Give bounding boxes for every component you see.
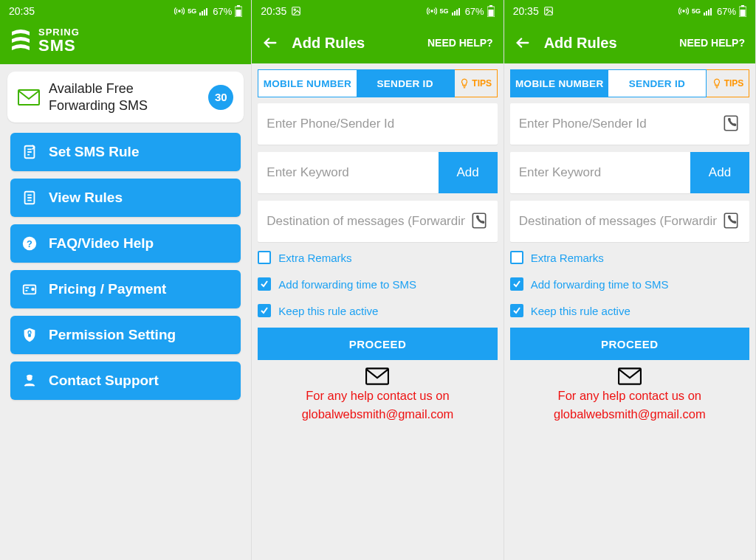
app-logo-icon xyxy=(10,29,31,52)
need-help-link[interactable]: NEED HELP? xyxy=(427,37,493,49)
hotspot-icon xyxy=(174,6,185,16)
keyword-input[interactable] xyxy=(267,165,429,180)
hotspot-icon xyxy=(427,6,437,16)
screen-add-rules-mobile: 20:35 5G 67% Add Rules NEED HELP? MOBILE… xyxy=(252,0,504,560)
free-sms-count: 30 xyxy=(208,85,233,110)
network-5g-icon: 5G xyxy=(188,7,196,15)
phone-sender-input[interactable] xyxy=(267,117,488,131)
photo-icon xyxy=(291,6,301,16)
keyword-input[interactable] xyxy=(519,165,681,180)
svg-text:?: ? xyxy=(27,238,32,249)
menu-view-rules[interactable]: View Rules xyxy=(10,179,241,217)
app-bar: SPRING SMS xyxy=(0,22,251,64)
check-label: Add forwarding time to SMS xyxy=(531,278,669,291)
svg-point-0 xyxy=(179,10,180,12)
menu-faq[interactable]: ? FAQ/Video Help xyxy=(10,224,241,263)
tab-mobile-number[interactable]: MOBILE NUMBER xyxy=(258,70,356,97)
svg-rect-21 xyxy=(454,11,456,15)
svg-point-31 xyxy=(683,10,684,12)
tab-sender-id[interactable]: SENDER ID xyxy=(357,70,454,97)
app-bar: Add Rules NEED HELP? xyxy=(252,22,503,63)
phone-sender-field[interactable] xyxy=(510,103,749,145)
check-label: Keep this rule active xyxy=(531,305,630,317)
check-add-time[interactable]: Add forwarding time to SMS xyxy=(510,277,749,291)
phone-sender-field[interactable] xyxy=(258,103,497,145)
svg-rect-1 xyxy=(199,13,201,15)
tab-mobile-number[interactable]: MOBILE NUMBER xyxy=(511,70,608,97)
form: Add xyxy=(504,97,755,248)
tab-sender-id[interactable]: SENDER ID xyxy=(608,70,706,97)
svg-rect-17 xyxy=(292,7,300,15)
svg-rect-33 xyxy=(706,11,707,15)
destination-input[interactable] xyxy=(519,214,717,229)
check-extra-remarks[interactable]: Extra Remarks xyxy=(258,251,497,264)
help-line2: globalwebsmith@gmail.com xyxy=(504,405,755,424)
checkbox-icon xyxy=(258,251,271,264)
photo-icon xyxy=(543,6,554,16)
svg-rect-3 xyxy=(204,10,205,15)
back-icon[interactable] xyxy=(515,35,531,51)
proceed-button[interactable]: PROCEED xyxy=(510,328,749,360)
status-icons: 5G 67% xyxy=(427,5,495,17)
contacts-icon[interactable] xyxy=(721,114,740,134)
home-menu: Set SMS Rule View Rules ? FAQ/Video Help… xyxy=(7,133,244,400)
add-button[interactable]: Add xyxy=(690,152,749,193)
status-time: 20:35 xyxy=(9,5,35,17)
status-time: 20:35 xyxy=(261,5,286,17)
check-label: Extra Remarks xyxy=(531,252,604,264)
menu-pricing[interactable]: Pricing / Payment xyxy=(10,270,241,308)
svg-rect-35 xyxy=(710,8,712,15)
menu-contact-support[interactable]: Contact Support xyxy=(10,362,241,400)
checkbox-icon xyxy=(510,251,523,264)
destination-field[interactable] xyxy=(510,201,749,242)
check-keep-active[interactable]: Keep this rule active xyxy=(510,304,749,317)
destination-input[interactable] xyxy=(267,214,464,229)
keyword-field[interactable] xyxy=(510,152,690,193)
check-label: Extra Remarks xyxy=(278,252,351,264)
check-extra-remarks[interactable]: Extra Remarks xyxy=(510,251,749,264)
svg-rect-29 xyxy=(544,7,552,15)
back-icon[interactable] xyxy=(262,35,278,51)
keyword-field[interactable] xyxy=(258,152,438,193)
add-button[interactable]: Add xyxy=(439,152,498,193)
contacts-icon[interactable] xyxy=(470,211,489,232)
support-icon xyxy=(21,372,38,390)
battery-text: 67% xyxy=(465,6,484,17)
check-label: Add forwarding time to SMS xyxy=(278,278,416,291)
checkbox-icon xyxy=(510,304,523,317)
check-label: Keep this rule active xyxy=(278,305,378,317)
checkbox-icon xyxy=(258,277,271,291)
svg-rect-38 xyxy=(740,10,745,16)
options: Extra Remarks Add forwarding time to SMS… xyxy=(504,248,755,317)
menu-permission[interactable]: Permission Setting xyxy=(10,316,241,354)
status-time: 20:35 xyxy=(513,5,539,17)
hotspot-icon xyxy=(678,6,689,16)
contacts-icon[interactable] xyxy=(721,211,740,232)
status-bar: 20:35 5G 67% xyxy=(504,0,755,22)
screen-home: 20:35 5G 67% SPRING SMS xyxy=(0,0,252,560)
svg-rect-7 xyxy=(236,10,241,16)
destination-field[interactable] xyxy=(258,201,497,242)
check-add-time[interactable]: Add forwarding time to SMS xyxy=(258,277,497,291)
phone-sender-input[interactable] xyxy=(519,117,717,131)
tab-group: MOBILE NUMBER SENDER ID xyxy=(258,69,454,97)
menu-set-sms-rule[interactable]: Set SMS Rule xyxy=(10,133,241,171)
screen-add-rules-sender: 20:35 5G 67% Add Rules NEED HELP? MOBILE… xyxy=(504,0,756,560)
need-help-link[interactable]: NEED HELP? xyxy=(679,37,745,49)
list-icon xyxy=(21,189,38,207)
signal-icon xyxy=(199,7,210,15)
shield-icon xyxy=(21,326,38,344)
help-contact: For any help contact us on globalwebsmit… xyxy=(252,367,503,424)
check-keep-active[interactable]: Keep this rule active xyxy=(258,304,497,317)
tabs-row: MOBILE NUMBER SENDER ID TIPS xyxy=(504,63,755,97)
free-sms-label: Available Free Forwarding SMS xyxy=(49,80,199,114)
svg-rect-23 xyxy=(458,8,460,15)
free-sms-card[interactable]: Available Free Forwarding SMS 30 xyxy=(7,72,244,122)
tab-group: MOBILE NUMBER SENDER ID xyxy=(510,69,707,97)
menu-label: View Rules xyxy=(49,190,123,206)
checkbox-icon xyxy=(258,304,271,317)
tips-button[interactable]: TIPS xyxy=(455,69,498,97)
tips-button[interactable]: TIPS xyxy=(707,69,749,97)
proceed-button[interactable]: PROCEED xyxy=(258,328,497,360)
network-5g-icon: 5G xyxy=(440,7,449,15)
